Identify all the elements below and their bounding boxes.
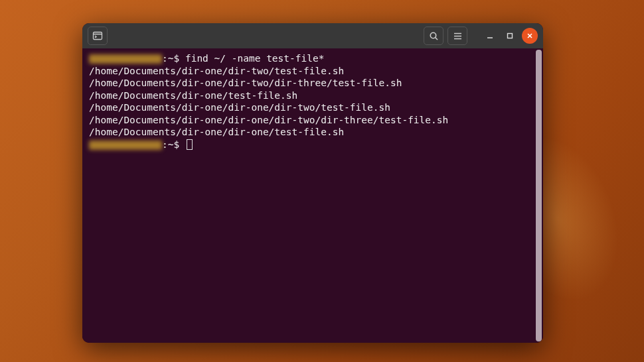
minimize-button[interactable] [482, 28, 498, 44]
terminal-body[interactable]: :~$ find ~/ -name test-file* /home/Docum… [82, 48, 543, 343]
maximize-button[interactable] [502, 28, 518, 44]
svg-rect-0 [94, 32, 102, 40]
output-line: /home/Documents/dir-one/test-file.sh [89, 90, 536, 102]
user-host-redacted [89, 141, 162, 150]
maximize-icon [506, 32, 514, 40]
close-button[interactable] [522, 28, 538, 44]
scrollbar[interactable] [536, 50, 542, 341]
output-line: /home/Documents/dir-one/dir-two/test-fil… [89, 65, 536, 78]
hamburger-icon [453, 31, 463, 41]
close-icon [526, 32, 534, 40]
output-line: /home/Documents/dir-one/dir-one/dir-two/… [89, 114, 536, 127]
prompt-line: :~$ find ~/ -name test-file* [89, 52, 536, 65]
search-icon [429, 31, 439, 41]
svg-point-2 [430, 32, 436, 38]
search-button[interactable] [424, 27, 443, 45]
output-line: /home/Documents/dir-one/dir-two/dir-thre… [89, 77, 536, 90]
minimize-icon [486, 32, 494, 40]
new-tab-button[interactable] [88, 27, 108, 45]
prompt-symbol: :~$ [162, 139, 185, 150]
menu-button[interactable] [447, 27, 467, 45]
new-terminal-icon [92, 30, 103, 41]
output-line: /home/Documents/dir-one/dir-one/dir-two/… [89, 101, 536, 114]
window-titlebar[interactable] [82, 23, 543, 48]
user-host-redacted [89, 54, 162, 64]
prompt-symbol: :~$ [162, 53, 185, 64]
output-line: /home/Documents/dir-one/dir-one/test-fil… [89, 126, 536, 139]
terminal-window: :~$ find ~/ -name test-file* /home/Docum… [82, 23, 543, 343]
terminal-cursor [187, 139, 193, 150]
svg-rect-8 [508, 34, 513, 38]
svg-line-3 [435, 37, 437, 39]
prompt-line: :~$ [89, 139, 536, 151]
command-text: find ~/ -name test-file* [185, 53, 325, 64]
